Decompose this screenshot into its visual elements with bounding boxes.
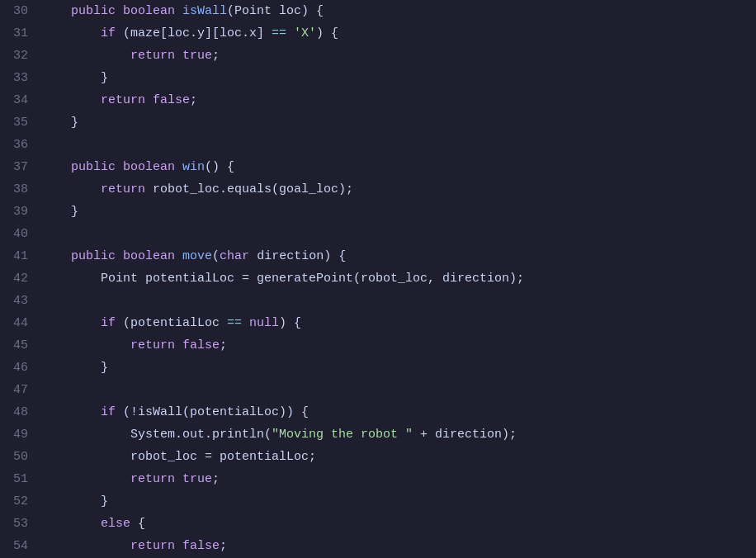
- code-token: return: [101, 93, 145, 107]
- code-token: [175, 539, 182, 553]
- code-token: System.out.println(: [41, 428, 272, 442]
- table-row: 49 System.out.println("Moving the robot …: [0, 423, 756, 446]
- code-token: public: [71, 4, 116, 18]
- code-token: null: [249, 316, 279, 330]
- line-number: 36: [0, 134, 41, 156]
- code-token: ;: [212, 49, 220, 63]
- code-token: true: [182, 472, 212, 486]
- code-token: "Moving the robot ": [272, 428, 413, 442]
- code-token: boolean: [123, 4, 175, 18]
- line-number: 38: [0, 178, 41, 201]
- table-row: 42 Point potentialLoc = generatePoint(ro…: [0, 267, 756, 290]
- code-token: }: [41, 205, 78, 219]
- code-token: }: [41, 494, 108, 508]
- table-row: 52 }: [0, 490, 756, 513]
- code-token: boolean: [123, 160, 175, 174]
- line-number: 54: [0, 535, 41, 557]
- code-token: win: [182, 160, 205, 174]
- code-token: ) {: [316, 26, 338, 40]
- table-row: 39 }: [0, 201, 756, 223]
- line-number: 44: [0, 312, 41, 334]
- line-content: else {: [41, 513, 756, 535]
- code-token: return: [130, 49, 175, 63]
- table-row: 47: [0, 379, 756, 401]
- code-token: return: [101, 182, 145, 196]
- code-token: boolean: [123, 249, 175, 263]
- code-token: direction) {: [249, 249, 346, 263]
- code-token: {: [130, 517, 145, 531]
- line-number: 34: [0, 89, 41, 111]
- line-number: 31: [0, 22, 41, 45]
- line-number: 50: [0, 446, 41, 468]
- line-number: 39: [0, 201, 41, 223]
- code-token: robot_loc.equals(goal_loc);: [145, 182, 353, 196]
- code-token: [41, 316, 101, 330]
- code-editor: 30 public boolean isWall(Point loc) {31 …: [0, 0, 756, 558]
- line-number: 32: [0, 45, 41, 67]
- code-token: [41, 160, 71, 174]
- code-token: [175, 472, 182, 486]
- code-token: 'X': [294, 26, 316, 40]
- table-row: 48 if (!isWall(potentialLoc)) {: [0, 401, 756, 423]
- line-content: if (maze[loc.y][loc.x] == 'X') {: [41, 22, 756, 45]
- code-token: [175, 338, 182, 352]
- table-row: 37 public boolean win() {: [0, 156, 756, 178]
- line-content: public boolean isWall(Point loc) {: [41, 0, 756, 22]
- line-content: if (potentialLoc == null) {: [41, 312, 756, 334]
- line-content: return false;: [41, 89, 756, 111]
- line-number: 33: [0, 67, 41, 89]
- code-token: Point potentialLoc = generatePoint(robot…: [41, 272, 524, 286]
- code-token: [41, 249, 71, 263]
- line-content: }: [41, 357, 756, 379]
- code-token: robot_loc = potentialLoc;: [41, 450, 316, 464]
- line-content: public boolean move(char direction) {: [41, 245, 756, 267]
- code-token: false: [182, 539, 220, 553]
- table-row: 38 return robot_loc.equals(goal_loc);: [0, 178, 756, 201]
- code-token: return: [130, 472, 175, 486]
- code-token: ;: [212, 472, 220, 486]
- line-number: 49: [0, 423, 41, 446]
- line-number: 48: [0, 401, 41, 423]
- code-token: [41, 472, 130, 486]
- table-row: 30 public boolean isWall(Point loc) {: [0, 0, 756, 22]
- table-row: 35 }: [0, 111, 756, 134]
- code-token: (!isWall(potentialLoc)) {: [116, 405, 309, 419]
- code-token: true: [182, 49, 212, 63]
- table-row: 31 if (maze[loc.y][loc.x] == 'X') {: [0, 22, 756, 45]
- code-token: [116, 160, 123, 174]
- code-token: [242, 316, 249, 330]
- code-token: [41, 539, 130, 553]
- code-token: [41, 26, 101, 40]
- line-content: public boolean win() {: [41, 156, 756, 178]
- line-content: }: [41, 67, 756, 89]
- code-token: else: [101, 517, 130, 531]
- table-row: 51 return true;: [0, 468, 756, 490]
- line-number: 47: [0, 379, 41, 401]
- code-token: public: [71, 249, 116, 263]
- code-token: ==: [227, 316, 242, 330]
- code-token: [145, 93, 153, 107]
- code-token: ;: [220, 338, 227, 352]
- code-token: }: [41, 361, 108, 375]
- code-token: [175, 249, 182, 263]
- table-row: 36: [0, 134, 756, 156]
- line-content: Point potentialLoc = generatePoint(robot…: [41, 267, 756, 290]
- code-token: [116, 4, 123, 18]
- code-token: [41, 517, 101, 531]
- code-token: move: [182, 249, 212, 263]
- code-token: [41, 93, 101, 107]
- table-row: 32 return true;: [0, 45, 756, 67]
- code-token: false: [182, 338, 220, 352]
- code-token: [116, 249, 123, 263]
- line-content: System.out.println("Moving the robot " +…: [41, 423, 756, 446]
- code-token: [41, 49, 130, 63]
- code-token: ;: [190, 93, 197, 107]
- line-content: return robot_loc.equals(goal_loc);: [41, 178, 756, 201]
- code-token: if: [101, 316, 116, 330]
- code-token: }: [41, 71, 108, 85]
- line-content: robot_loc = potentialLoc;: [41, 446, 756, 468]
- table-row: 50 robot_loc = potentialLoc;: [0, 446, 756, 468]
- code-token: false: [153, 93, 190, 107]
- line-content: return false;: [41, 334, 756, 357]
- code-token: (potentialLoc: [116, 316, 227, 330]
